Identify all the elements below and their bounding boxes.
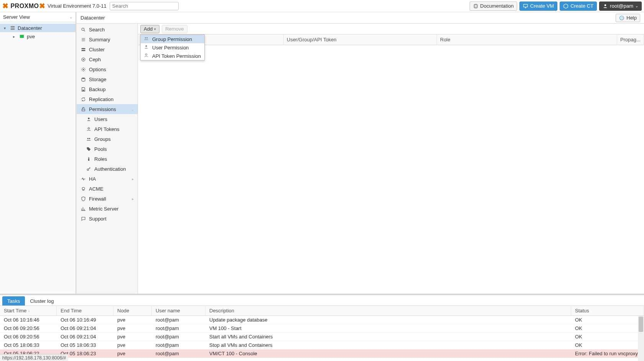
svg-point-19 xyxy=(89,138,90,139)
tree-node-datacenter[interactable]: ▾ Datacenter xyxy=(0,24,76,32)
collapse-icon[interactable]: ▾ xyxy=(4,26,8,30)
task-row[interactable]: Oct 06 10:16:46Oct 06 10:16:49pveroot@pa… xyxy=(0,316,644,324)
menu-authentication[interactable]: Authentication xyxy=(77,164,138,174)
help-label: Help xyxy=(626,15,637,21)
dropdown-api-token-permission[interactable]: API Token Permission xyxy=(141,52,204,60)
svg-text:?: ? xyxy=(621,16,623,20)
chart-icon xyxy=(80,206,86,211)
menu-groups[interactable]: Groups xyxy=(77,134,138,144)
svg-point-24 xyxy=(145,37,146,38)
search-input[interactable] xyxy=(110,2,179,10)
tree-node-pve[interactable]: ▸ pve xyxy=(0,32,76,41)
tree-view-selector[interactable]: Server View ⌄ xyxy=(0,12,76,22)
permissions-panel: Add ▾ Remove Group Permission Us xyxy=(138,24,644,294)
search-icon xyxy=(80,27,86,32)
cell-status: Error: Failed to run vncproxy. xyxy=(571,351,644,356)
menu-firewall[interactable]: Firewall▸ xyxy=(77,194,138,204)
svg-point-27 xyxy=(145,54,147,55)
menu-label: Metric Server xyxy=(89,206,118,212)
svg-point-18 xyxy=(87,138,88,139)
scrollbar-thumb[interactable] xyxy=(639,317,643,332)
log-scrollbar[interactable] xyxy=(638,316,644,361)
col-user-name[interactable]: User name xyxy=(152,306,205,315)
col-propagate[interactable]: Propag... xyxy=(617,34,644,45)
create-vm-button[interactable]: Create VM xyxy=(519,2,557,11)
menu-storage[interactable]: Storage xyxy=(77,74,138,84)
col-description[interactable]: Description xyxy=(205,306,571,315)
task-row[interactable]: Oct 06 09:20:56Oct 06 09:21:04pveroot@pa… xyxy=(0,324,644,333)
gear-icon xyxy=(80,67,86,72)
cell-node: pve xyxy=(113,317,152,323)
svg-rect-8 xyxy=(81,48,85,49)
tag-icon xyxy=(86,147,91,152)
remove-label: Remove xyxy=(165,26,184,32)
menu-roles[interactable]: Roles xyxy=(77,154,138,164)
menu-ha[interactable]: HA▸ xyxy=(77,174,138,184)
node-online-icon xyxy=(19,34,25,39)
menu-users[interactable]: Users xyxy=(77,114,138,124)
monitor-icon xyxy=(523,3,528,9)
task-row[interactable]: Oct 05 18:06:33Oct 05 18:06:33pveroot@pa… xyxy=(0,341,644,350)
cell-end: Oct 06 10:16:49 xyxy=(57,317,113,323)
token-icon xyxy=(86,127,91,132)
menu-label: Pools xyxy=(94,146,107,152)
documentation-button[interactable]: Documentation xyxy=(470,2,517,11)
col-node[interactable]: Node xyxy=(113,306,152,315)
menu-cluster[interactable]: Cluster xyxy=(77,44,138,54)
user-menu-button[interactable]: root@pam ⌄ xyxy=(599,2,642,11)
add-button[interactable]: Add ▾ xyxy=(140,25,159,33)
col-role[interactable]: Role xyxy=(437,34,617,45)
resource-tree: ▾ Datacenter ▸ pve xyxy=(0,22,76,294)
task-row[interactable]: Oct 05 18:06:22Oct 05 18:06:23pveroot@pa… xyxy=(0,350,644,358)
log-tab-bar: Tasks Cluster log xyxy=(0,295,644,306)
col-start-time[interactable]: Start Time↓ xyxy=(0,306,57,315)
svg-point-7 xyxy=(82,28,84,31)
col-user-group-token[interactable]: User/Group/API Token xyxy=(284,34,437,45)
dropdown-group-permission[interactable]: Group Permission xyxy=(141,35,204,43)
remove-button[interactable]: Remove xyxy=(162,25,187,33)
menu-pools[interactable]: Pools xyxy=(77,144,138,154)
database-icon xyxy=(80,77,86,82)
task-row[interactable]: Oct 06 09:20:56Oct 06 09:21:04pveroot@pa… xyxy=(0,333,644,341)
menu-permissions[interactable]: Permissions⌄ xyxy=(77,104,138,114)
cluster-icon xyxy=(80,47,86,52)
menu-support[interactable]: Support xyxy=(77,214,138,224)
menu-label: Storage xyxy=(89,77,107,82)
tree-node-label: Datacenter xyxy=(18,25,42,31)
svg-point-16 xyxy=(88,118,89,119)
menu-label: HA xyxy=(89,176,96,182)
cell-desc: VM 100 - Start xyxy=(205,325,571,331)
chevron-down-icon: ⌄ xyxy=(69,15,72,19)
dropdown-user-permission[interactable]: User Permission xyxy=(141,43,204,52)
logo-text: PROXMO xyxy=(9,3,39,10)
menu-metric-server[interactable]: Metric Server xyxy=(77,204,138,214)
chevron-down-icon: ⌄ xyxy=(131,107,134,111)
heartbeat-icon xyxy=(80,176,86,181)
svg-rect-0 xyxy=(524,4,528,7)
tab-tasks[interactable]: Tasks xyxy=(2,296,25,305)
sync-icon xyxy=(80,97,86,102)
user-label: root@pam xyxy=(610,3,633,9)
menu-options[interactable]: Options xyxy=(77,64,138,74)
menu-replication[interactable]: Replication xyxy=(77,94,138,104)
menu-api-tokens[interactable]: API Tokens xyxy=(77,124,138,134)
product-subtitle: Virtual Environment 7.0-11 xyxy=(48,3,107,9)
svg-point-13 xyxy=(82,77,85,78)
menu-summary[interactable]: Summary xyxy=(77,34,138,44)
col-end-time[interactable]: End Time xyxy=(57,306,113,315)
chevron-right-icon: ▸ xyxy=(132,177,134,181)
menu-ceph[interactable]: Ceph xyxy=(77,54,138,64)
col-status[interactable]: Status xyxy=(571,306,644,315)
svg-point-17 xyxy=(88,127,89,129)
help-button[interactable]: ? Help xyxy=(616,14,640,22)
svg-rect-14 xyxy=(82,90,84,91)
cell-status: OK xyxy=(571,317,644,323)
tab-cluster-log[interactable]: Cluster log xyxy=(25,296,59,305)
status-url: https://192.168.178.130:8006/# xyxy=(2,355,66,361)
menu-acme[interactable]: ACME xyxy=(77,184,138,194)
create-ct-button[interactable]: Create CT xyxy=(560,2,597,11)
menu-search[interactable]: Search xyxy=(77,25,138,34)
menu-backup[interactable]: Backup xyxy=(77,84,138,94)
expand-icon[interactable]: ▸ xyxy=(13,34,17,39)
help-icon: ? xyxy=(619,15,624,21)
